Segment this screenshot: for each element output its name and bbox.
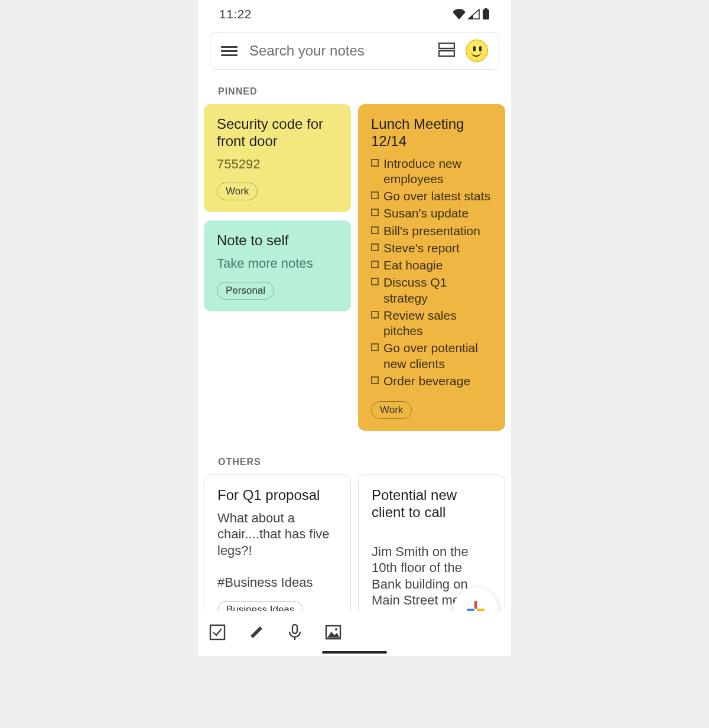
checklist-item[interactable]: Susan's update [371, 206, 492, 221]
new-image-icon[interactable] [324, 623, 342, 644]
checklist-text: Order beverage [383, 373, 470, 389]
layout-toggle-icon[interactable] [438, 43, 455, 59]
note-body: Take more notes [217, 255, 338, 272]
search-bar[interactable]: Search your notes [210, 32, 499, 70]
checkbox-icon[interactable] [371, 311, 379, 318]
checklist-item[interactable]: Go over latest stats [371, 188, 492, 204]
pinned-grid: Security code for front door 755292 Work… [198, 104, 511, 431]
svg-rect-8 [210, 625, 225, 639]
checklist-text: Go over latest stats [383, 188, 490, 204]
search-input[interactable]: Search your notes [249, 43, 438, 59]
checklist-text: Steve's report [383, 240, 460, 256]
pinned-col-right: Lunch Meeting 12/14 Introduce new employ… [358, 104, 505, 431]
section-pinned-header: PINNED [218, 86, 511, 97]
new-audio-icon[interactable] [287, 623, 303, 644]
checkbox-icon[interactable] [371, 191, 379, 199]
checklist-text: Susan's update [383, 206, 469, 221]
note-title: Lunch Meeting 12/14 [371, 116, 492, 150]
checklist-text: Review sales pitches [383, 308, 492, 339]
note-title: Security code for front door [217, 116, 338, 150]
note-title: For Q1 proposal [217, 487, 337, 504]
bottom-toolbar [198, 611, 511, 656]
note-title: Potential new client to call [372, 487, 492, 521]
checklist: Introduce new employees Go over latest s… [371, 156, 492, 389]
checklist-item[interactable]: Order beverage [371, 373, 492, 389]
checklist-item[interactable]: Bill's presentation [371, 223, 492, 239]
checklist-item[interactable]: Eat hoagie [371, 258, 492, 273]
checkbox-icon[interactable] [371, 261, 379, 268]
phone-frame: 11:22 Search your notes PINNED Security … [198, 0, 511, 656]
svg-rect-0 [483, 9, 489, 20]
note-title: Note to self [217, 232, 338, 249]
svg-rect-2 [439, 43, 454, 48]
note-lunch-meeting[interactable]: Lunch Meeting 12/14 Introduce new employ… [358, 104, 505, 431]
checklist-item[interactable]: Discuss Q1 strategy [371, 275, 492, 306]
new-drawing-icon[interactable] [248, 623, 265, 644]
checkbox-icon[interactable] [371, 278, 379, 285]
checkbox-icon[interactable] [371, 343, 379, 351]
checkbox-icon[interactable] [371, 226, 379, 234]
checkbox-icon[interactable] [371, 376, 379, 384]
svg-rect-1 [484, 8, 487, 10]
note-q1-proposal[interactable]: For Q1 proposal What about a chair....th… [204, 474, 351, 631]
svg-rect-9 [292, 625, 297, 633]
new-list-icon[interactable] [209, 623, 226, 644]
note-to-self[interactable]: Note to self Take more notes Personal [204, 220, 351, 311]
checklist-text: Introduce new employees [383, 156, 492, 187]
note-security-code[interactable]: Security code for front door 755292 Work [204, 104, 351, 212]
battery-icon [482, 8, 490, 20]
svg-point-12 [335, 628, 337, 630]
gesture-bar [322, 651, 387, 654]
account-avatar[interactable] [466, 40, 488, 62]
checkbox-icon[interactable] [371, 243, 379, 251]
status-bar: 11:22 [198, 0, 511, 22]
wifi-icon [453, 9, 466, 20]
checklist-text: Eat hoagie [383, 258, 443, 273]
signal-icon [468, 9, 480, 20]
menu-icon[interactable] [221, 46, 238, 56]
checklist-item[interactable]: Introduce new employees [371, 156, 492, 187]
svg-rect-3 [439, 51, 454, 56]
note-body: What about a chair....that has five legs… [217, 510, 337, 559]
pinned-col-left: Security code for front door 755292 Work… [204, 104, 351, 311]
checklist-text: Bill's presentation [383, 223, 480, 239]
checklist-text: Discuss Q1 strategy [383, 275, 492, 306]
checklist-item[interactable]: Steve's report [371, 240, 492, 256]
checkbox-icon[interactable] [371, 159, 379, 167]
checkbox-icon[interactable] [371, 209, 379, 216]
section-others-header: OTHERS [218, 457, 511, 467]
checklist-item[interactable]: Go over potential new clients [371, 340, 492, 372]
svg-rect-4 [474, 601, 477, 609]
note-hashtag: #Business Ideas [217, 575, 337, 590]
label-chip[interactable]: Work [217, 183, 258, 200]
status-time: 11:22 [219, 7, 252, 21]
status-icons [453, 8, 490, 20]
label-chip[interactable]: Work [371, 401, 412, 419]
checklist-text: Go over potential new clients [383, 340, 492, 372]
label-chip[interactable]: Personal [217, 282, 274, 300]
checklist-item[interactable]: Review sales pitches [371, 308, 492, 339]
note-body: 755292 [217, 156, 338, 173]
